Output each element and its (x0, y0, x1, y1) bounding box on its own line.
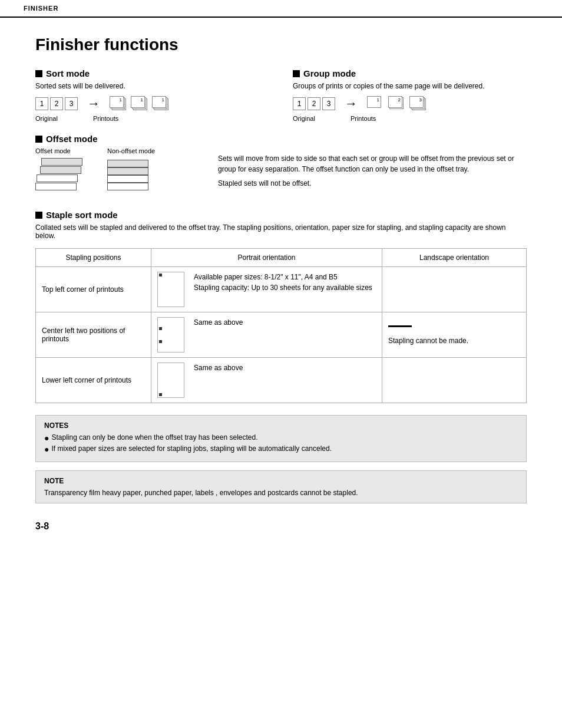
sort-mode-bullet (35, 70, 42, 77)
s3p1: 1 (152, 96, 166, 108)
sort-mode-desc: Sorted sets will be delivered. (35, 82, 269, 90)
group-mode-title: Group mode (303, 68, 356, 78)
row2-portrait-text: Same as above (194, 317, 243, 328)
offset-p2 (37, 174, 78, 182)
row2-landscape-dash (388, 325, 412, 327)
row1-portrait-diagram: Available paper sizes: 8-1/2" x 11", A4 … (157, 272, 376, 307)
page-content: Finisher functions Sort mode Sorted sets… (0, 18, 562, 555)
offset-p3 (40, 166, 81, 174)
sort-printouts-label: Printouts (93, 115, 118, 122)
row2-paper (157, 317, 184, 353)
staple-sort-bullet (35, 212, 42, 219)
offset-mode-title: Offset mode (46, 134, 98, 144)
sort-set-2: 3 2 1 (131, 96, 148, 111)
group-diagram: 1 2 3 → 1 2 (293, 96, 527, 111)
page-title: Finisher functions (35, 35, 527, 54)
group-originals: 1 2 3 (293, 97, 335, 110)
offset-mode-section: Offset mode Offset mode (35, 134, 527, 198)
non-offset-p4 (107, 160, 148, 167)
row2-staple-top (159, 327, 162, 330)
group-sets-row: 1 2 2 3 3 3 (367, 96, 427, 111)
offset-stack (35, 158, 84, 192)
row2-landscape-text: Stapling cannot be made. (388, 337, 468, 345)
offset-mode-diagram: Offset mode (35, 147, 84, 192)
non-offset-mode-diagram: Non-offset mode (107, 147, 156, 192)
row2-position: Center left two positions of printouts (36, 312, 151, 358)
group-set-3: 3 3 3 (409, 96, 427, 111)
offset-p4 (41, 158, 82, 166)
row3-position: Lower left corner of printouts (36, 358, 151, 403)
non-offset-label: Non-offset mode (107, 147, 156, 154)
group-orig-1: 1 (293, 97, 306, 110)
note-bullet-1: ● (44, 433, 49, 443)
sort-mode-heading: Sort mode (35, 68, 269, 78)
group-mode-heading: Group mode (293, 68, 527, 78)
non-offset-p1 (107, 183, 148, 190)
group-set-1: 1 (367, 96, 385, 111)
row3-staple (159, 393, 162, 396)
sort-printouts-group: 3 2 1 3 2 1 3 2 (110, 96, 170, 111)
note-box: NOTE Transparency film heavy paper, punc… (35, 470, 527, 503)
s2p1: 1 (131, 96, 145, 108)
staple-sort-title: Staple sort mode (46, 210, 118, 220)
sort-mode-title: Sort mode (46, 68, 90, 78)
row3-landscape (382, 358, 527, 403)
table-row: Center left two positions of printouts S… (36, 312, 527, 358)
group-original-label: Original (293, 115, 315, 122)
row2-landscape-content: Stapling cannot be made. (388, 325, 520, 345)
row3-portrait: Same as above (151, 358, 382, 403)
sort-orig-3: 3 (65, 97, 78, 110)
notes-box: NOTES ● Stapling can only be done when t… (35, 415, 527, 462)
row1-portrait: Available paper sizes: 8-1/2" x 11", A4 … (151, 267, 382, 312)
row1-staple (159, 274, 162, 276)
row2-portrait: Same as above (151, 312, 382, 358)
s1p1: 1 (110, 96, 124, 108)
row2-staple-bottom (159, 340, 162, 343)
header-title: FINISHER (24, 5, 58, 12)
staple-sort-heading: Staple sort mode (35, 210, 527, 220)
non-offset-stack (107, 158, 156, 192)
note-title: NOTE (44, 477, 518, 485)
row3-paper (157, 363, 184, 398)
sort-labels: Original Printouts (35, 115, 269, 122)
sort-arrow: → (87, 96, 100, 111)
group-orig-3: 3 (322, 97, 335, 110)
group-orig-2: 2 (308, 97, 320, 110)
offset-mode-heading: Offset mode (35, 134, 527, 144)
notes-item-1: ● Stapling can only be done when the off… (44, 433, 518, 443)
non-offset-p2 (107, 175, 148, 183)
sort-orig-2: 2 (50, 97, 63, 110)
group-set-2: 2 2 (388, 96, 406, 111)
group-printout-sets: 1 2 2 3 3 3 (367, 96, 427, 111)
non-offset-p3 (107, 167, 148, 175)
group-original-boxes: 1 2 3 (293, 97, 335, 110)
gp3a: 3 (409, 96, 424, 108)
offset-content: Offset mode Non-offset mode (35, 147, 527, 198)
staple-sort-desc: Collated sets will be stapled and delive… (35, 223, 527, 240)
group-arrow: → (345, 96, 358, 111)
staple-sort-section: Staple sort mode Collated sets will be s… (35, 210, 527, 503)
group-labels: Original Printouts (293, 115, 527, 122)
table-row: Lower left corner of printouts Same as a… (36, 358, 527, 403)
gp1: 1 (367, 96, 381, 108)
notes-text-1: Stapling can only be done when the offse… (51, 433, 257, 443)
sort-mode-section: Sort mode Sorted sets will be delivered.… (35, 68, 269, 122)
group-mode-desc: Groups of prints or copies of the same p… (293, 82, 527, 90)
sort-originals: 1 2 3 (35, 97, 78, 110)
gp2a: 2 (388, 96, 402, 108)
sort-original-boxes: 1 2 3 (35, 97, 78, 110)
notes-title: NOTES (44, 421, 518, 430)
row1-portrait-text: Available paper sizes: 8-1/2" x 11", A4 … (194, 272, 372, 293)
table-row: Top left corner of printouts Available p… (36, 267, 527, 312)
group-mode-section: Group mode Groups of prints or copies of… (293, 68, 527, 122)
row1-position: Top left corner of printouts (36, 267, 151, 312)
offset-mode-bullet (35, 136, 42, 143)
row1-paper (157, 272, 184, 307)
row3-portrait-diagram: Same as above (157, 363, 376, 398)
modes-row: Sort mode Sorted sets will be delivered.… (35, 68, 527, 122)
col-header-portrait: Portrait orientation (151, 249, 382, 267)
note-bullet-2: ● (44, 444, 49, 454)
sort-original-label: Original (35, 115, 58, 122)
group-mode-bullet (293, 70, 300, 77)
page-header: FINISHER (0, 0, 562, 18)
